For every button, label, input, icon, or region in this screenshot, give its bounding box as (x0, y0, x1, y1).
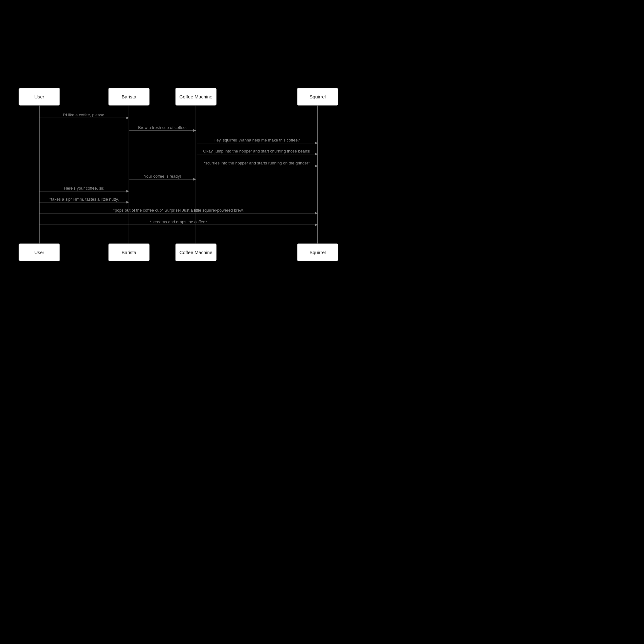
sequence-svg: UserUserBaristaBaristaCoffee MachineCoff… (9, 88, 635, 264)
svg-text:Barista: Barista (122, 250, 136, 255)
svg-text:*screams and drops the coffee*: *screams and drops the coffee* (150, 219, 207, 224)
sequence-diagram: UserUserBaristaBaristaCoffee MachineCoff… (9, 88, 635, 264)
svg-text:*pops out of the coffee cup* S: *pops out of the coffee cup* Surprise! J… (113, 208, 244, 213)
svg-text:Barista: Barista (122, 94, 136, 99)
svg-text:Hey, squirrel! Wanna help me m: Hey, squirrel! Wanna help me make this c… (214, 138, 300, 142)
svg-text:User: User (34, 250, 44, 255)
svg-text:*scurries into the hopper and : *scurries into the hopper and starts run… (204, 161, 310, 165)
svg-text:Here's your coffee, sir.: Here's your coffee, sir. (64, 186, 104, 191)
svg-text:Your coffee is ready!: Your coffee is ready! (144, 174, 181, 179)
svg-text:User: User (34, 94, 44, 99)
svg-text:*takes a sip* Hmm, tastes a li: *takes a sip* Hmm, tastes a little nutty… (49, 197, 119, 202)
svg-text:Squirrel: Squirrel (309, 94, 326, 99)
svg-text:Okay, jump into the hopper and: Okay, jump into the hopper and start chu… (203, 149, 310, 153)
svg-text:Coffee Machine: Coffee Machine (180, 250, 213, 255)
svg-text:Brew a fresh cup of coffee.: Brew a fresh cup of coffee. (138, 125, 186, 130)
svg-text:Coffee Machine: Coffee Machine (180, 94, 213, 99)
svg-text:I'd like a coffee, please.: I'd like a coffee, please. (63, 113, 105, 117)
svg-text:Squirrel: Squirrel (309, 250, 326, 255)
